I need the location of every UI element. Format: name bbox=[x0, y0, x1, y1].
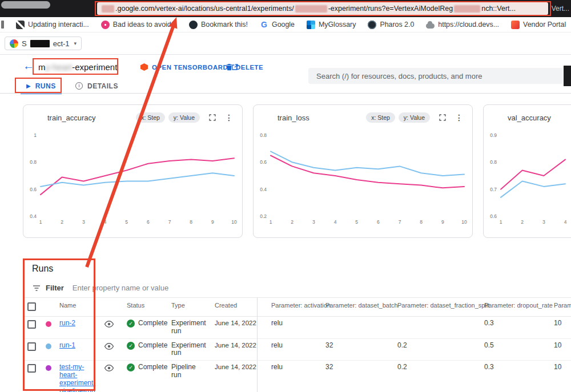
tensorboard-icon bbox=[140, 63, 148, 71]
run-link[interactable]: test-my-heart-experiment-pipeline-run bbox=[59, 363, 95, 392]
red-dots-icon bbox=[101, 21, 110, 29]
run-link[interactable]: run-2 bbox=[59, 319, 75, 327]
svg-text:1: 1 bbox=[270, 219, 272, 225]
header-param-dataset-fraction-split[interactable]: Parameter: dataset_fraction_split bbox=[393, 297, 480, 317]
check-circle-icon: ✓ bbox=[127, 363, 135, 371]
address-bar[interactable]: .google.com /vertex-ai/locations/us-cent… bbox=[97, 2, 548, 15]
url-text-segment: -experiment/runs?e=VertexAiModelReg bbox=[328, 5, 453, 13]
bookmark-item[interactable]: G Google bbox=[260, 21, 295, 29]
run-name-cell: run-1 bbox=[55, 339, 99, 361]
svg-text:3: 3 bbox=[542, 219, 545, 225]
svg-text:6: 6 bbox=[147, 219, 150, 225]
header-name[interactable]: Name bbox=[55, 297, 99, 317]
filter-bar[interactable]: Filter bbox=[33, 283, 352, 293]
runs-table: Name Status Type Created Parameter: acti… bbox=[23, 297, 571, 392]
row-color-cell bbox=[41, 317, 55, 339]
svg-text:2: 2 bbox=[291, 219, 293, 225]
svg-text:7: 7 bbox=[168, 219, 171, 225]
svg-text:8: 8 bbox=[420, 219, 423, 225]
chart-card-train-accuracy: train_accuracy x: Step y: Value ⋮ 10.80.… bbox=[23, 104, 243, 238]
run-name-cell: run-2 bbox=[55, 317, 99, 339]
x-axis-chip[interactable]: x: Step bbox=[366, 112, 395, 123]
header-type[interactable]: Type bbox=[167, 297, 210, 317]
header-param-activation[interactable]: Parameter: activation bbox=[257, 297, 321, 317]
svg-text:0.2: 0.2 bbox=[260, 213, 267, 219]
svg-text:3: 3 bbox=[82, 219, 85, 225]
open-tensorboard-button[interactable]: OPEN TENSORBOARD bbox=[140, 63, 238, 71]
pen-icon bbox=[16, 21, 25, 29]
x-axis-chip[interactable]: x: Step bbox=[136, 112, 165, 123]
created-cell: June 14, 2022 bbox=[210, 361, 257, 392]
svg-text:0.9: 0.9 bbox=[490, 132, 497, 138]
bookmark-item[interactable]: MyGlossary bbox=[307, 21, 356, 29]
svg-text:4: 4 bbox=[104, 219, 107, 225]
svg-text:7: 7 bbox=[399, 219, 401, 225]
select-all-checkbox[interactable] bbox=[27, 302, 36, 311]
header-redaction-block bbox=[564, 66, 571, 86]
tab-details[interactable]: i DETAILS bbox=[70, 79, 124, 92]
header-param-clipped[interactable]: Param bbox=[549, 297, 571, 317]
url-text-segment: /vertex-ai/locations/us-central1/experim… bbox=[154, 5, 294, 13]
tab-runs[interactable]: ▶ RUNS bbox=[21, 79, 62, 94]
fullscreen-icon[interactable] bbox=[439, 114, 446, 121]
title-suffix: -experiment bbox=[72, 62, 117, 72]
console-search-bar[interactable] bbox=[308, 68, 563, 84]
project-picker[interactable]: S ect-1 ▾ bbox=[5, 37, 82, 50]
svg-text:0.4: 0.4 bbox=[260, 187, 267, 192]
bookmark-item[interactable]: Vendor Portal bbox=[511, 21, 566, 29]
y-axis-chip[interactable]: y: Value bbox=[399, 112, 430, 123]
delete-button[interactable]: DELETE bbox=[226, 63, 263, 71]
row-checkbox-cell bbox=[23, 317, 41, 339]
search-input[interactable] bbox=[315, 71, 556, 81]
run-name-cell: test-my-heart-experiment-pipeline-run bbox=[55, 361, 99, 392]
filter-input[interactable] bbox=[71, 283, 302, 293]
param-dropout-rate-cell: 0.3 bbox=[480, 317, 549, 339]
eye-icon[interactable] bbox=[104, 321, 114, 330]
bookmark-item[interactable]: Updating interacti... bbox=[16, 21, 89, 29]
bookmark-item[interactable]: Bad ideas to avoid... bbox=[101, 21, 177, 29]
fullscreen-icon[interactable] bbox=[209, 114, 216, 121]
svg-text:5: 5 bbox=[125, 219, 128, 225]
bookmark-item[interactable]: https://cloud.devs... bbox=[426, 21, 499, 29]
svg-text:10: 10 bbox=[231, 219, 237, 225]
header-checkbox-cell bbox=[23, 297, 41, 317]
run-color-dot bbox=[46, 343, 51, 349]
eye-icon[interactable] bbox=[104, 365, 114, 374]
bookmark-label: Google bbox=[272, 21, 295, 29]
y-axis-chip[interactable]: y: Value bbox=[168, 112, 200, 123]
bookmark-item[interactable]: Bookmark this! bbox=[189, 21, 248, 29]
header-param-dataset-batch[interactable]: Parameter: dataset_batch bbox=[321, 297, 393, 317]
window-title-tail: Vert... bbox=[552, 5, 569, 13]
svg-text:0.7: 0.7 bbox=[490, 187, 497, 192]
train-loss-plot: 0.80.60.40.212345678910 bbox=[254, 128, 472, 227]
row-checkbox-cell bbox=[23, 361, 41, 392]
check-circle-icon: ✓ bbox=[127, 320, 135, 328]
chart-menu-icon[interactable]: ⋮ bbox=[455, 113, 463, 122]
dark-globe-icon bbox=[189, 21, 198, 29]
svg-text:1: 1 bbox=[500, 219, 502, 225]
status-label: Complete bbox=[138, 320, 167, 328]
row-checkbox[interactable] bbox=[27, 320, 36, 329]
eye-icon[interactable] bbox=[104, 343, 114, 352]
play-icon: ▶ bbox=[26, 83, 31, 89]
tab-details-label: DETAILS bbox=[87, 82, 118, 90]
status-cell: ✓ Complete bbox=[122, 361, 167, 392]
row-checkbox[interactable] bbox=[27, 342, 36, 351]
header-color-cell bbox=[41, 297, 55, 317]
row-checkbox[interactable] bbox=[27, 364, 36, 373]
type-cell: Experiment run bbox=[167, 317, 210, 339]
header-status[interactable]: Status bbox=[122, 297, 167, 317]
chart-menu-icon[interactable]: ⋮ bbox=[225, 113, 233, 122]
type-cell: Pipeline run bbox=[167, 361, 210, 392]
chart-header: train_accuracy x: Step y: Value ⋮ bbox=[23, 105, 242, 125]
run-link[interactable]: run-1 bbox=[59, 341, 75, 349]
back-button[interactable]: ← bbox=[23, 59, 34, 72]
visibility-cell bbox=[99, 317, 122, 339]
param-clipped-cell: 10 bbox=[549, 317, 571, 339]
bookmark-label: Bad ideas to avoid... bbox=[113, 21, 177, 29]
header-created[interactable]: Created bbox=[210, 297, 257, 317]
status-cell: ✓ Complete bbox=[122, 317, 167, 339]
param-dataset-batch-cell: 32 bbox=[321, 361, 393, 392]
header-param-dropout-rate[interactable]: Parameter: dropout_rate bbox=[480, 297, 549, 317]
bookmark-item[interactable]: Pharos 2.0 bbox=[368, 21, 414, 29]
